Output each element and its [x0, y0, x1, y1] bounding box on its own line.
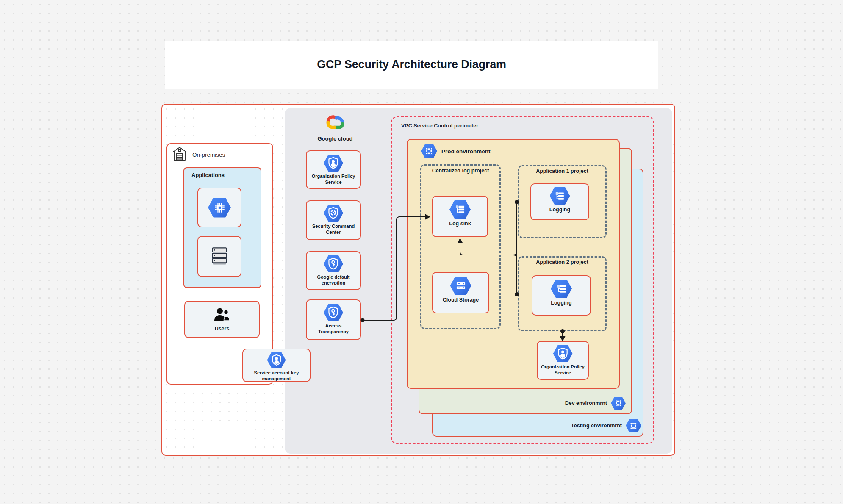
org-policy-service-label: Organization Policy Service [310, 173, 357, 186]
testing-project-icon [626, 419, 641, 432]
server-stack-icon [209, 246, 230, 268]
security-command-center-label: Security Command Center [310, 223, 357, 235]
service-account-key-node: Service account key management [242, 349, 311, 382]
google-cloud-label: Google cloud [311, 136, 359, 142]
security-command-center-node: Security Command Center [306, 200, 361, 240]
diagram-canvas: GCP Security Architecture Diagram On-pre… [0, 0, 843, 504]
org-policy-shield-person-icon [324, 155, 343, 172]
server-node [197, 236, 241, 277]
access-transparency-label: Access Transparency [310, 323, 357, 335]
dev-project-icon [611, 397, 626, 410]
applications-label: Applications [191, 172, 225, 178]
testing-environment-tag: Testing environmrnt [542, 418, 641, 434]
app1-logging-icon [550, 187, 570, 205]
vpc-perimeter-label: VPC Service Control perimeter [401, 123, 478, 129]
garage-icon [171, 145, 188, 164]
application-1-project-label: Application 1 project [518, 168, 607, 174]
app2-logging-label: Logging [551, 299, 571, 306]
app1-logging-label: Logging [549, 206, 570, 213]
testing-environment-label: Testing environmrnt [571, 423, 622, 429]
prod-org-policy-node: Organization Policy Service [537, 341, 589, 380]
org-policy-service-node: Organization Policy Service [306, 150, 361, 189]
page-title: GCP Security Architecture Diagram [317, 58, 506, 71]
cloud-storage-icon [450, 277, 471, 295]
on-premises-header: On-premises [171, 146, 225, 163]
prod-environment-header: Prod environment [421, 144, 491, 158]
compute-engine-node [197, 188, 241, 227]
compute-engine-icon [208, 198, 231, 218]
on-premises-label: On-premises [192, 152, 225, 158]
google-default-encryption-node: Google default encryption [306, 251, 361, 290]
app2-logging-node: Logging [532, 275, 591, 316]
service-account-key-label: Service account key management [247, 370, 306, 382]
security-command-center-shield-icon [324, 205, 343, 222]
access-transparency-key-shield-icon [324, 304, 343, 321]
prod-environment-label: Prod environment [441, 148, 491, 155]
application-2-project-label: Application 2 project [518, 259, 607, 265]
cloud-storage-label: Cloud Storage [443, 296, 479, 303]
google-cloud-logo-icon [323, 111, 347, 132]
users-icon [213, 307, 231, 324]
encryption-key-shield-icon [324, 255, 343, 272]
dev-environment-tag: Dev environmrnt [542, 396, 626, 411]
access-transparency-node: Access Transparency [306, 299, 361, 340]
app1-logging-node: Logging [530, 183, 589, 220]
prod-org-policy-label: Organization Policy Service [539, 364, 587, 376]
prod-project-icon [421, 144, 437, 158]
log-sink-logging-icon [449, 200, 471, 219]
google-default-encryption-label: Google default encryption [310, 274, 357, 286]
users-node: Users [184, 301, 260, 338]
users-label: Users [215, 325, 230, 332]
dev-environment-label: Dev environmrnt [565, 400, 607, 406]
cloud-storage-node: Cloud Storage [432, 272, 489, 313]
service-account-key-shield-person-icon [267, 352, 286, 368]
log-sink-label: Log sink [449, 220, 471, 227]
centralized-log-project-label: Centralized log project [420, 168, 501, 174]
prod-org-policy-shield-person-icon [553, 345, 573, 362]
diagram-title-bar: GCP Security Architecture Diagram [165, 41, 658, 89]
log-sink-node: Log sink [432, 196, 488, 237]
app2-logging-icon [551, 280, 572, 298]
